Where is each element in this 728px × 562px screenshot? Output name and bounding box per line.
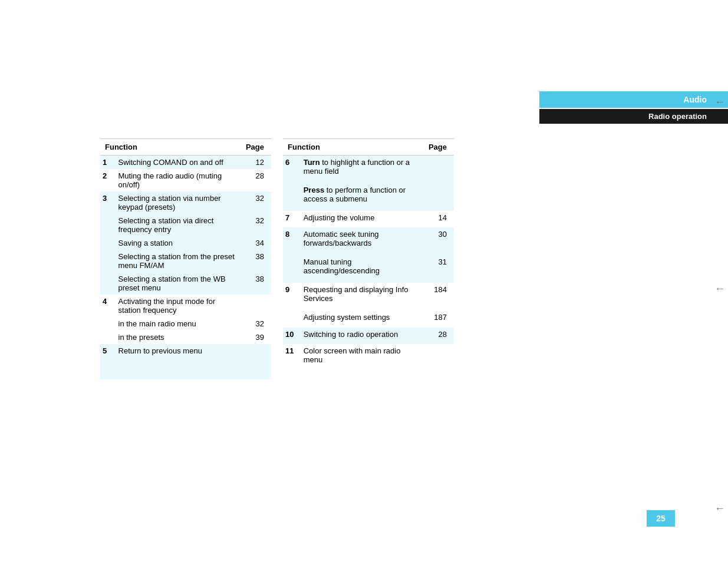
row-page: 14 — [423, 211, 454, 227]
table-row: in the presets 39 — [100, 330, 271, 344]
row-num — [100, 214, 114, 236]
row-func: Activating the input mode for station fr… — [114, 295, 241, 317]
row-page — [241, 295, 271, 317]
row-func: Return to previous menu — [114, 344, 241, 379]
row-page — [423, 156, 454, 184]
radio-operation-bar: Radio operation — [539, 109, 728, 124]
row-func: Requesting and displaying Info Services — [299, 283, 424, 310]
table-row: 10 Switching to radio operation 28 — [283, 328, 454, 344]
left-col-page-header: Page — [241, 139, 271, 156]
arrow-mark-top: ← — [714, 96, 725, 108]
row-page: 34 — [241, 236, 271, 250]
row-page: 31 — [423, 255, 454, 283]
table-row: 11 Color screen with main radio menu — [283, 344, 454, 379]
right-col-page-header: Page — [423, 139, 454, 156]
row-page: 28 — [241, 169, 271, 191]
main-content: Function Page 1 Switching COMAND on and … — [100, 138, 454, 379]
row-page: 12 — [241, 156, 271, 170]
row-func: Selecting a station from the WB preset m… — [114, 272, 241, 295]
left-col-function-header: Function — [100, 139, 241, 156]
row-page — [423, 183, 454, 211]
row-page: 187 — [423, 310, 454, 327]
row-num: 9 — [283, 283, 299, 310]
table-row: 6 Turn to highlight a function or a menu… — [283, 156, 454, 184]
row-num: 10 — [283, 328, 299, 344]
row-func: Switching COMAND on and off — [114, 156, 241, 170]
row-page: 32 — [241, 191, 271, 214]
table-row: 4 Activating the input mode for station … — [100, 295, 271, 317]
row-func: in the main radio menu — [114, 317, 241, 330]
row-num: 4 — [100, 295, 114, 317]
radio-operation-label: Radio operation — [648, 112, 707, 121]
right-function-table: Function Page 6 Turn to highlight a func… — [283, 138, 454, 379]
table-row: 2 Muting the radio audio (muting on/off)… — [100, 169, 271, 191]
arrow-mark-bottom: ← — [714, 503, 725, 515]
row-num — [100, 330, 114, 344]
table-row: Press to perform a function or access a … — [283, 183, 454, 211]
audio-bar: Audio — [539, 91, 728, 108]
row-func: Selecting a station via direct frequency… — [114, 214, 241, 236]
row-func: Muting the radio audio (muting on/off) — [114, 169, 241, 191]
table-row: 8 Automatic seek tuning forwards/backwar… — [283, 227, 454, 255]
row-num: 7 — [283, 211, 299, 227]
table-row: Adjusting system settings 187 — [283, 310, 454, 327]
audio-label: Audio — [683, 95, 707, 104]
left-function-table: Function Page 1 Switching COMAND on and … — [100, 138, 271, 379]
row-num — [100, 272, 114, 295]
row-num — [283, 183, 299, 211]
row-page: 30 — [423, 227, 454, 255]
row-func: Selecting a station via number keypad (p… — [114, 191, 241, 214]
row-page: 39 — [241, 330, 271, 344]
row-num: 3 — [100, 191, 114, 214]
row-page: 32 — [241, 317, 271, 330]
row-num — [100, 250, 114, 272]
table-row: 5 Return to previous menu — [100, 344, 271, 379]
row-num: 1 — [100, 156, 114, 170]
table-row: Manual tuning ascending/descending 31 — [283, 255, 454, 283]
row-num — [283, 255, 299, 283]
row-func: in the presets — [114, 330, 241, 344]
row-num: 8 — [283, 227, 299, 255]
page-number: 25 — [656, 514, 666, 523]
row-func: Saving a station — [114, 236, 241, 250]
table-row: Selecting a station via direct frequency… — [100, 214, 271, 236]
table-row: Selecting a station from the WB preset m… — [100, 272, 271, 295]
row-num: 2 — [100, 169, 114, 191]
row-func: Manual tuning ascending/descending — [299, 255, 424, 283]
row-func: Turn to highlight a function or a menu f… — [299, 156, 424, 184]
row-func: Adjusting system settings — [299, 310, 424, 327]
row-num — [100, 317, 114, 330]
header-area: Audio Radio operation — [539, 91, 728, 124]
row-num — [100, 236, 114, 250]
table-row: 7 Adjusting the volume 14 — [283, 211, 454, 227]
arrow-mark-mid: ← — [714, 283, 725, 295]
row-page: 32 — [241, 214, 271, 236]
row-func: Switching to radio operation — [299, 328, 424, 344]
row-page: 38 — [241, 250, 271, 272]
row-page — [241, 344, 271, 379]
row-num: 5 — [100, 344, 114, 379]
row-func: Press to perform a function or access a … — [299, 183, 424, 211]
row-num: 6 — [283, 156, 299, 184]
table-row: 3 Selecting a station via number keypad … — [100, 191, 271, 214]
row-page: 38 — [241, 272, 271, 295]
row-num: 11 — [283, 344, 299, 379]
table-row: 1 Switching COMAND on and off 12 — [100, 156, 271, 170]
row-page — [423, 344, 454, 379]
page-number-badge: 25 — [647, 510, 675, 527]
row-func: Automatic seek tuning forwards/backwards — [299, 227, 424, 255]
row-num — [283, 310, 299, 327]
row-func: Color screen with main radio menu — [299, 344, 424, 379]
table-row: in the main radio menu 32 — [100, 317, 271, 330]
row-page: 184 — [423, 283, 454, 310]
row-func: Selecting a station from the preset menu… — [114, 250, 241, 272]
row-func: Adjusting the volume — [299, 211, 424, 227]
table-row: 9 Requesting and displaying Info Service… — [283, 283, 454, 310]
table-row: Selecting a station from the preset menu… — [100, 250, 271, 272]
right-col-function-header: Function — [283, 139, 423, 156]
table-row: Saving a station 34 — [100, 236, 271, 250]
row-page: 28 — [423, 328, 454, 344]
